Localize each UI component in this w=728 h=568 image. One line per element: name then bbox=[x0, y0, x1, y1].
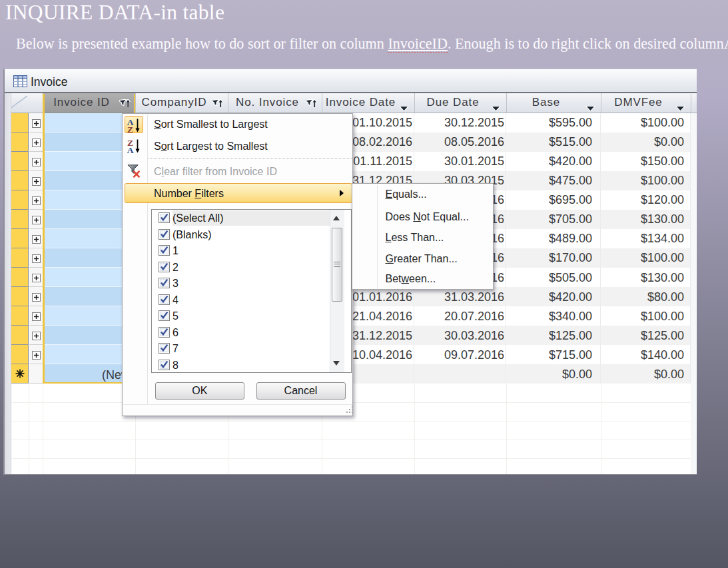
svg-text:Z: Z bbox=[127, 125, 133, 133]
svg-text:A: A bbox=[127, 145, 134, 154]
